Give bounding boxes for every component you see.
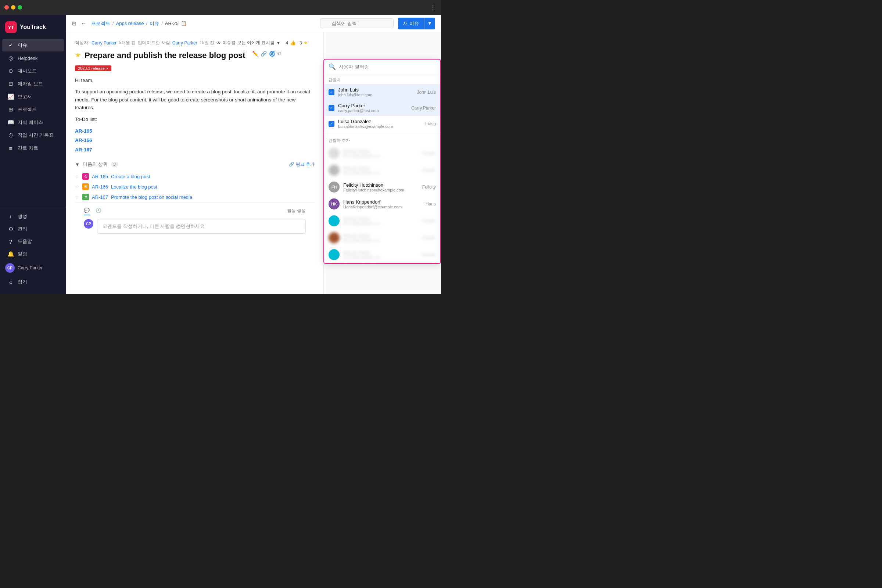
- add-user-blurred-5[interactable]: Blurred Name blurred@example.com Handle: [324, 246, 440, 263]
- sidebar-item-time[interactable]: ⏱ 작업 시간 기록표: [2, 129, 64, 141]
- likes-count: 4: [285, 40, 288, 46]
- issue-link-ar167[interactable]: AR-167: [75, 146, 315, 154]
- blurred-name-4: Blurred Name: [343, 233, 418, 238]
- add-user-blurred-1[interactable]: Blurred Name blurred@example.com Handle: [324, 145, 440, 162]
- new-issue-button[interactable]: 새 이슈: [398, 18, 424, 29]
- comment-input[interactable]: 코멘트를 작성하거나, 다른 사람을 @멘션하세요: [97, 219, 306, 234]
- expand-icon[interactable]: ▼: [75, 162, 80, 167]
- add-user-blurred-3[interactable]: Blurred Name blurred@example.com Handle: [324, 212, 440, 230]
- sidebar-bottom: + 생성 ⚙ 관리 ? 도움말 🔔 알림 CP Carry Parker « 접…: [0, 207, 66, 291]
- sidebar-item-issue[interactable]: ✓ 이슈: [2, 39, 64, 51]
- subtask-id-1[interactable]: AR-166: [92, 184, 108, 190]
- meta-updater[interactable]: Carry Parker: [172, 40, 197, 46]
- issue-link-ar165[interactable]: AR-165: [75, 127, 315, 135]
- carry-email: carry.parker@test.com: [338, 108, 408, 113]
- breadcrumb-project[interactable]: 프로젝트: [91, 20, 110, 27]
- subtask-title-0[interactable]: Create a blog post: [111, 174, 150, 179]
- sidebar-item-dashboard[interactable]: ⊙ 대시보드: [2, 64, 64, 77]
- subtask-title-2[interactable]: Promote the blog post on social media: [111, 194, 192, 200]
- user-info-hans: Hans Krippendorf HansKrippendorf@example…: [343, 199, 422, 209]
- blurred-email-3: blurred@example.com: [343, 222, 418, 226]
- felicity-email: FelicityHutchinson@example.com: [343, 188, 418, 192]
- subtask-id-0[interactable]: AR-165: [92, 174, 108, 179]
- subtask-id-2[interactable]: AR-167: [92, 194, 108, 200]
- observer-item-john[interactable]: ✓ John Luis john.luis@test.com John.Luis: [324, 84, 440, 100]
- activity-label: 활동 생성: [287, 208, 306, 215]
- meta-updated: 15일 전: [200, 40, 214, 46]
- help-icon: ?: [8, 238, 14, 245]
- sidebar-item-label: 작업 시간 기록표: [18, 132, 54, 138]
- issue-main: 작성자: Carry Parker 5개월 전 업데이트한 사람 Carry P…: [66, 32, 323, 294]
- dropdown-search-input[interactable]: [339, 64, 436, 69]
- subtask-star-1[interactable]: ☆: [75, 184, 80, 190]
- add-user-felicity[interactable]: FH Felicity Hutchinson FelicityHutchinso…: [324, 178, 440, 195]
- new-issue-dropdown-button[interactable]: ▼: [424, 18, 435, 29]
- hans-handle: Hans: [426, 201, 436, 207]
- sidebar-item-reports[interactable]: 📈 보고서: [2, 90, 64, 103]
- maximize-button[interactable]: [18, 5, 22, 9]
- blurred-info-3: Blurred Name blurred@example.com: [343, 216, 418, 226]
- observer-item-luisa[interactable]: ✓ Luisa González LuisaGonzalez@example.c…: [324, 116, 440, 132]
- add-user-blurred-4[interactable]: Blurred Name blurred@example.com Handle: [324, 230, 440, 246]
- edit-icon[interactable]: ✏️: [252, 51, 258, 57]
- subtask-title-1[interactable]: Localize the blog post: [111, 184, 157, 190]
- sidebar-item-create[interactable]: + 생성: [2, 210, 64, 223]
- subtask-star-0[interactable]: ☆: [75, 174, 80, 179]
- sidebar-item-gantt[interactable]: ≡ 간트 차트: [2, 142, 64, 154]
- title-actions: ✏️ 🔗 🌀 ⧉: [252, 50, 281, 57]
- copy-icon[interactable]: 📋: [181, 21, 187, 26]
- thumbs-up-icon: 👍: [290, 40, 296, 46]
- issue-link-ar166[interactable]: AR-166: [75, 136, 315, 144]
- blurred-email-5: blurred@example.com: [343, 255, 418, 260]
- issue-title: Prepare and publish the release blog pos…: [84, 50, 246, 61]
- avatar-felicity: FH: [328, 182, 340, 193]
- add-user-hans[interactable]: HK Hans Krippendorf HansKrippendorf@exam…: [324, 195, 440, 212]
- minimize-button[interactable]: [11, 5, 15, 9]
- link-icon[interactable]: 🔗: [261, 51, 267, 57]
- sidebar-item-agile[interactable]: ⊟ 애자일 보드: [2, 78, 64, 90]
- copy2-icon[interactable]: ⧉: [278, 50, 281, 57]
- meta-author[interactable]: Carry Parker: [92, 40, 117, 46]
- sidebar-item-admin[interactable]: ⚙ 관리: [2, 223, 64, 235]
- add-observers-label: 관찰자 추가: [324, 135, 440, 145]
- sidebar-item-notifications[interactable]: 🔔 알림: [2, 248, 64, 260]
- sidebar-item-knowledge[interactable]: 📖 지식 베이스: [2, 116, 64, 129]
- blurred-handle-1: Handle: [422, 151, 436, 156]
- bell-icon: 🔔: [8, 250, 14, 257]
- sidebar-toggle-icon[interactable]: ⊟: [72, 21, 76, 27]
- sidebar-collapse[interactable]: « 접기: [2, 276, 64, 288]
- sidebar-user[interactable]: CP Carry Parker: [0, 260, 66, 276]
- checkbox-luisa[interactable]: ✓: [328, 121, 334, 127]
- search-wrapper: 🔍: [320, 18, 394, 28]
- add-link-button[interactable]: 🔗 링크 추가: [289, 161, 315, 168]
- breadcrumb-section[interactable]: Apps release: [116, 21, 144, 26]
- breadcrumb-subsection[interactable]: 이슈: [150, 20, 159, 27]
- titlebar-menu-icon[interactable]: ⋮: [430, 4, 436, 11]
- subtask-star-2[interactable]: ☆: [75, 194, 80, 200]
- sidebar-item-help[interactable]: ? 도움말: [2, 235, 64, 248]
- comment-tabs: 💬 🕐 활동 생성: [84, 208, 306, 215]
- sidebar-item-helpdesk[interactable]: ◎ Helpdesk: [2, 52, 64, 64]
- back-icon[interactable]: ←: [81, 20, 87, 27]
- john-handle: John.Luis: [417, 90, 436, 95]
- observer-item-carry[interactable]: ✓ Carry Parker carry.parker@test.com Car…: [324, 100, 440, 116]
- tag-close-icon[interactable]: ×: [106, 66, 108, 70]
- tab-comment[interactable]: 💬: [84, 208, 90, 215]
- close-button[interactable]: [4, 5, 9, 9]
- watch-button[interactable]: 👁 이슈를 보는 이에게 표시됨 ▼: [216, 40, 280, 46]
- add-user-blurred-2[interactable]: Blurred Name blurred@example.com Handle: [324, 162, 440, 178]
- avatar-blurred-1: [328, 148, 340, 159]
- spiral-icon[interactable]: 🌀: [269, 51, 275, 57]
- checkbox-john[interactable]: ✓: [328, 89, 334, 95]
- blurred-info-5: Blurred Name blurred@example.com: [343, 250, 418, 260]
- checkbox-carry[interactable]: ✓: [328, 105, 334, 111]
- dropdown-search: 🔍: [324, 60, 440, 74]
- sidebar-item-projects[interactable]: ⊞ 프로젝트: [2, 103, 64, 116]
- todo-label: To-Do list:: [75, 116, 315, 123]
- breadcrumb: 프로젝트 / Apps release / 이슈 / AR-25 📋: [91, 20, 187, 27]
- search-input[interactable]: [320, 18, 394, 28]
- sidebar-item-label: 프로젝트: [18, 106, 37, 113]
- tab-history[interactable]: 🕐: [96, 208, 101, 215]
- issue-star-icon[interactable]: ★: [75, 51, 81, 59]
- check-icon: ✓: [8, 42, 14, 48]
